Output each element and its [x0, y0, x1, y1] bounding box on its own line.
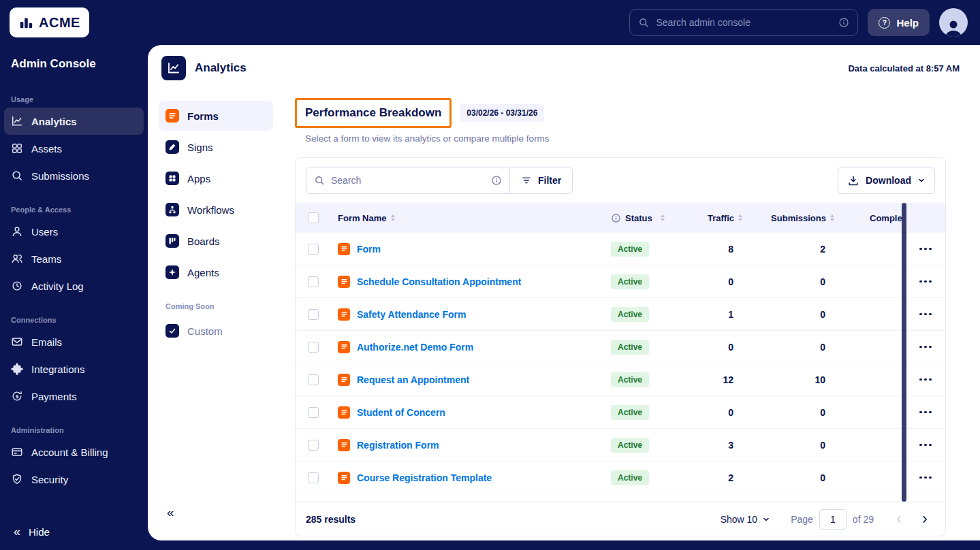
subnav-item-agents[interactable]: Agents: [159, 257, 273, 287]
subnav-item-workflows[interactable]: Workflows: [159, 195, 273, 225]
sidebar-item-activity-log[interactable]: Activity Log: [4, 272, 144, 300]
form-name-link[interactable]: Safety Attendance Form: [357, 309, 467, 320]
of-label: of 29: [853, 514, 874, 525]
admin-search[interactable]: [629, 9, 858, 36]
content-area: Performance Breakdown 03/02/26 - 03/31/2…: [284, 91, 980, 540]
row-check-cell: [296, 276, 331, 287]
subnav: Forms Signs Apps Workflows Boards: [148, 91, 284, 540]
sidebar-item-security[interactable]: Security: [4, 466, 144, 493]
form-icon: [338, 243, 350, 255]
form-name-link[interactable]: Authorize.net Demo Form: [357, 342, 473, 353]
date-range-chip[interactable]: 03/02/26 - 03/31/26: [460, 104, 544, 122]
help-button[interactable]: ? Help: [868, 9, 930, 36]
row-actions-button[interactable]: [914, 402, 937, 423]
row-checkbox[interactable]: [308, 472, 319, 483]
form-name-link[interactable]: Request an Appointment: [357, 374, 469, 385]
subnav-item-label: Signs: [187, 142, 213, 153]
row-checkbox[interactable]: [308, 276, 319, 287]
agents-icon: [165, 265, 179, 279]
row-checkbox[interactable]: [308, 309, 319, 320]
page-input[interactable]: [819, 509, 847, 530]
form-name-link[interactable]: Form: [357, 244, 381, 255]
row-checkbox[interactable]: [308, 244, 319, 255]
info-icon[interactable]: [838, 17, 849, 28]
column-header-status[interactable]: Status: [603, 213, 684, 223]
section-label-usage: Usage: [0, 95, 148, 103]
form-name-link[interactable]: Registration Form: [357, 440, 439, 451]
subnav-item-boards[interactable]: Boards: [159, 226, 273, 256]
admin-search-input[interactable]: [656, 17, 832, 28]
info-icon[interactable]: [611, 213, 621, 223]
download-button[interactable]: Download: [838, 167, 935, 194]
sidebar-item-users[interactable]: Users: [4, 218, 144, 245]
show-per-page-select[interactable]: Show 10: [721, 514, 770, 525]
column-label: Complet: [870, 213, 905, 223]
row-actions-button[interactable]: [914, 370, 937, 390]
row-checkbox[interactable]: [308, 342, 319, 353]
submissions-value: 0: [742, 276, 834, 287]
table-search-input[interactable]: [331, 175, 485, 186]
sidebar-item-emails[interactable]: Emails: [4, 328, 144, 355]
form-name-link[interactable]: Student of Concern: [357, 407, 445, 418]
submissions-value: 0: [742, 309, 834, 320]
table-body: Form Active 8 2: [296, 233, 945, 502]
submissions-value: 0: [742, 407, 834, 418]
sidebar-item-assets[interactable]: Assets: [4, 135, 144, 162]
coming-soon-label: Coming Soon: [159, 302, 273, 310]
submissions-icon: [11, 169, 23, 182]
title-row: Performance Breakdown 03/02/26 - 03/31/2…: [295, 98, 946, 128]
sidebar-item-account-billing[interactable]: Account & Billing: [4, 438, 144, 466]
collapse-subnav-button[interactable]: «: [159, 505, 186, 520]
form-name-link[interactable]: Schedule Consultation Appointment: [357, 276, 521, 287]
filter-button[interactable]: Filter: [509, 167, 573, 194]
acme-logo[interactable]: ACME: [10, 7, 89, 37]
sidebar-item-analytics[interactable]: Analytics: [4, 108, 144, 135]
row-actions-button[interactable]: [914, 337, 937, 357]
row-actions-button[interactable]: [914, 272, 937, 292]
form-name-cell: Course Registration Template: [331, 472, 603, 484]
row-actions-button[interactable]: [914, 468, 937, 488]
table-vertical-scrollbar[interactable]: [902, 203, 906, 502]
row-checkbox[interactable]: [308, 407, 319, 418]
actions-cell: [906, 435, 945, 455]
subnav-item-forms[interactable]: Forms: [159, 101, 273, 131]
select-all-checkbox[interactable]: [308, 212, 319, 223]
form-icon: [338, 374, 350, 386]
sidebar-item-submissions[interactable]: Submissions: [4, 162, 144, 189]
prev-page-button[interactable]: [889, 509, 909, 530]
form-name-link[interactable]: Course Registration Template: [357, 472, 492, 483]
row-actions-button[interactable]: [914, 304, 937, 325]
column-header-submissions[interactable]: Submissions: [742, 213, 834, 223]
sidebar-item-payments[interactable]: $ Payments: [4, 383, 144, 410]
column-label: Form Name: [338, 213, 387, 223]
traffic-value: 0: [684, 407, 742, 418]
apps-icon: [165, 172, 179, 185]
row-actions-button[interactable]: [914, 239, 937, 259]
submissions-value: 0: [742, 342, 834, 353]
form-icon: [338, 406, 350, 419]
sidebar-item-label: Users: [31, 226, 58, 238]
sidebar-item-teams[interactable]: Teams: [4, 245, 144, 272]
next-page-button[interactable]: [915, 509, 935, 530]
main-panel: Analytics Data calculated at 8:57 AM For…: [148, 45, 980, 540]
status-badge: Active: [611, 307, 649, 322]
column-header-completion: Complet: [834, 213, 906, 223]
row-checkbox[interactable]: [308, 440, 319, 451]
row-actions-button[interactable]: [914, 435, 937, 455]
sidebar-item-label: Account & Billing: [31, 447, 108, 458]
subnav-item-apps[interactable]: Apps: [159, 163, 273, 193]
actions-cell: [906, 239, 945, 259]
row-checkbox[interactable]: [308, 374, 319, 385]
column-header-traffic[interactable]: Traffic: [684, 213, 742, 223]
column-header-form-name[interactable]: Form Name: [331, 213, 603, 223]
sidebar-item-integrations[interactable]: Integrations: [4, 355, 144, 383]
table-search[interactable]: [306, 167, 510, 194]
avatar[interactable]: [939, 8, 968, 37]
hide-sidebar-button[interactable]: « Hide: [0, 513, 148, 550]
info-icon[interactable]: [491, 175, 502, 186]
search-icon: [638, 17, 649, 28]
traffic-value: 12: [684, 374, 742, 385]
subnav-item-signs[interactable]: Signs: [159, 132, 273, 162]
subnav-item-custom[interactable]: Custom: [159, 316, 273, 346]
submissions-value: 10: [742, 374, 834, 385]
